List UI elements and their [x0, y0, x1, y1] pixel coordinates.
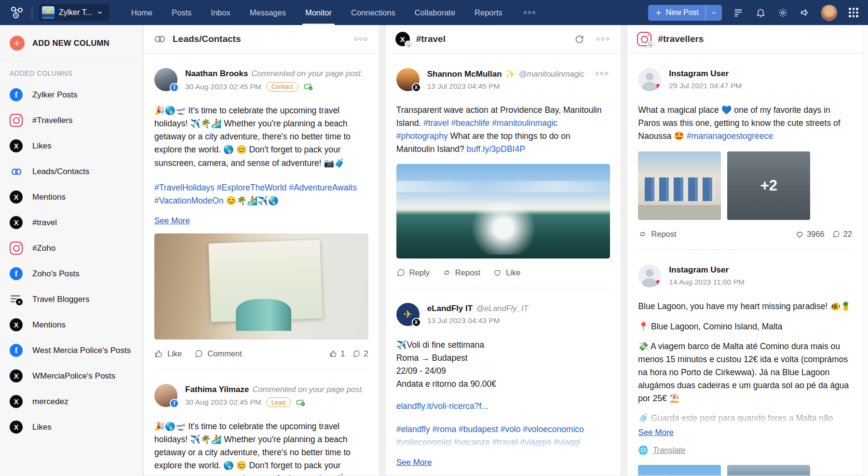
post-author[interactable]: eLandFly IT [427, 304, 473, 313]
user-avatar[interactable] [821, 5, 837, 21]
scrollbar-track[interactable] [863, 25, 868, 476]
comment-button[interactable]: Comment [194, 349, 242, 358]
more-images-overlay: +2 [727, 151, 810, 220]
post-author[interactable]: Instagram User [669, 69, 729, 79]
column-feed: f Naathan Brooks Commented on your page … [144, 54, 379, 476]
post-hashtags[interactable]: #elandfly #roma #budapest #volo #voloeco… [396, 423, 610, 449]
sidebar-item-wmerciapolice[interactable]: X WMerciaPolice's Posts [0, 363, 143, 389]
post-timestamp: 29 Jul 2021 04:47 PM [669, 82, 742, 90]
instagram-icon [10, 242, 23, 255]
crm-status-badge[interactable]: Contact [266, 82, 298, 92]
avatar[interactable]: f [154, 384, 177, 407]
repost-button[interactable]: Repost [442, 268, 480, 277]
post-image-more[interactable]: +2 [727, 151, 810, 220]
new-post-label: New Post [666, 8, 699, 17]
brand-selector[interactable]: Zylker T... [39, 4, 109, 21]
nav-overflow-menu-icon[interactable] [522, 9, 537, 16]
sidebar-item-travellers[interactable]: #Travellers [0, 108, 143, 133]
avatar[interactable]: ✈ X [396, 303, 420, 326]
like-count[interactable]: 3966 [795, 230, 825, 239]
comment-count[interactable]: 22 [832, 230, 852, 239]
like-button[interactable]: Like [493, 268, 520, 277]
post-link[interactable]: elandfly.it/voli-ricerca?f... [396, 401, 610, 411]
column-leads-contacts: Leads/Contacts f Naathan Brooks Comm [143, 25, 380, 476]
post-author[interactable]: Instagram User [669, 265, 729, 275]
tab-monitor[interactable]: Monitor [305, 0, 332, 25]
crm-status-badge[interactable]: Lead [266, 397, 291, 407]
post-image-sky[interactable] [638, 465, 721, 476]
like-button[interactable]: Like [154, 349, 182, 358]
sidebar-item-leads-contacts[interactable]: Leads/Contacts [0, 159, 143, 184]
divider [32, 6, 32, 19]
new-post-button[interactable]: New Post [648, 5, 705, 21]
post-image-map[interactable] [154, 233, 368, 340]
sidebar-item-travel-bloggers[interactable]: x Travel Bloggers [0, 286, 143, 312]
sidebar-item-likes-2[interactable]: X Likes [0, 414, 143, 440]
tab-collaborate[interactable]: Collaborate [415, 0, 455, 25]
post-author[interactable]: Shannon McMullan [427, 69, 502, 79]
see-more-link[interactable]: See More [638, 428, 674, 437]
post-author[interactable]: Naathan Brooks [185, 69, 248, 79]
sidebar-item-label: Zylker Posts [32, 90, 78, 100]
sidebar-item-mentions[interactable]: X Mentions [0, 184, 143, 210]
translate-link[interactable]: Translate [653, 446, 686, 455]
brand-name: Zylker T... [59, 8, 92, 17]
sidebar-item-zohos-posts[interactable]: f Zoho's Posts [0, 261, 143, 286]
tab-messages[interactable]: Messages [250, 0, 286, 25]
post-author[interactable]: Fathima Yilmaze [185, 385, 249, 394]
post-hashtags[interactable]: #TravelHolidays #ExploreTheWorld #Advent… [154, 181, 368, 207]
comment-count[interactable]: 2 [353, 349, 368, 358]
post-handle[interactable]: @manitoulinmagic [519, 69, 584, 79]
add-new-column-button[interactable]: + ADD NEW COLUMN [0, 25, 143, 60]
post-elandfly: ✈ X eLandFly IT @eLandFly_IT 13 Jul 2023… [396, 288, 610, 476]
sidebar-item-label: Mentions [32, 192, 66, 202]
post-body-text: 🎉🌎🛫 It's time to celebrate the upcoming … [154, 104, 368, 170]
comment-bubble-icon [353, 350, 361, 358]
sidebar-item-zylker-posts[interactable]: f Zylker Posts [0, 82, 143, 108]
avatar[interactable] [638, 264, 661, 287]
post-image-naoussa[interactable] [638, 151, 721, 220]
column-menu-icon[interactable] [595, 36, 611, 43]
avatar[interactable] [638, 68, 661, 91]
repost-button[interactable]: Repost [638, 230, 676, 239]
sidebar-item-mentions-2[interactable]: X Mentions [0, 312, 143, 338]
post-image-beach[interactable] [396, 164, 610, 258]
sidebar-item-mercedez[interactable]: X mercedez [0, 389, 143, 414]
refresh-icon[interactable] [574, 34, 585, 44]
monitor-sidebar: + ADD NEW COLUMN ADDED COLUMNS f Zylker … [0, 25, 143, 476]
post-menu-icon[interactable] [594, 70, 610, 77]
translate-globe-icon: 🌐 [396, 475, 407, 476]
post-image-cliff[interactable] [727, 465, 810, 476]
new-post-dropdown[interactable] [705, 5, 722, 21]
sidebar-item-west-mercia[interactable]: f West Mercia Police's Posts [0, 338, 143, 363]
tab-connections[interactable]: Connections [351, 0, 395, 25]
tab-reports[interactable]: Reports [475, 0, 502, 25]
sidebar-item-label: Mentions [32, 320, 66, 330]
app-grid-icon[interactable] [848, 7, 859, 18]
notifications-bell-icon[interactable] [755, 7, 766, 18]
reply-button[interactable]: Reply [396, 268, 430, 277]
like-label: Like [167, 349, 182, 358]
settings-gear-icon[interactable] [777, 7, 788, 18]
x-badge-icon: X [412, 318, 421, 327]
column-travellers: #travellers Instagram User 29 Jul [627, 25, 863, 476]
sidebar-item-likes[interactable]: X Likes [0, 133, 143, 159]
plus-icon: + [10, 36, 25, 51]
like-count[interactable]: 1 [329, 349, 345, 358]
avatar[interactable]: f [154, 68, 177, 91]
announcements-megaphone-icon[interactable] [799, 7, 811, 18]
zoho-social-logo[interactable] [9, 4, 25, 21]
tab-home[interactable]: Home [131, 0, 152, 25]
see-more-link[interactable]: See More [396, 458, 432, 467]
translate-globe-icon: 🌐 [638, 445, 648, 455]
sidebar-item-travel[interactable]: X #travel [0, 210, 143, 235]
chevron-down-icon [711, 10, 717, 16]
column-menu-icon[interactable] [353, 36, 369, 43]
tab-posts[interactable]: Posts [172, 0, 191, 25]
see-more-link[interactable]: See More [154, 216, 190, 226]
avatar[interactable]: X [396, 68, 420, 91]
feeds-icon[interactable] [732, 7, 744, 18]
post-handle[interactable]: @eLandFly_IT [476, 304, 528, 313]
tab-inbox[interactable]: Inbox [211, 0, 230, 25]
sidebar-item-zoho[interactable]: #Zoho [0, 235, 143, 261]
